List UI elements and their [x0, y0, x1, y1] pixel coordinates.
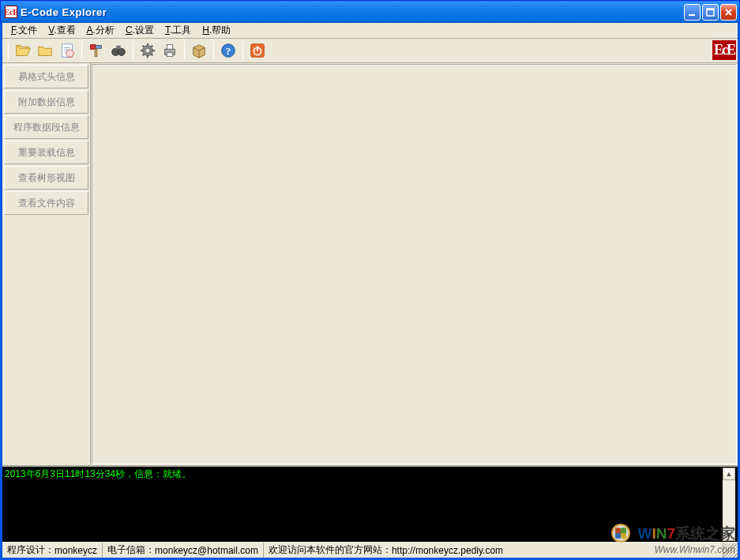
svg-text:?: ? [226, 46, 231, 57]
gear-icon [139, 42, 156, 59]
svg-rect-13 [116, 46, 121, 50]
toolbar: ? EcE [2, 39, 738, 63]
menu-bar: F.文件 V.查看 A.分析 C.设置 T.工具 H.帮助 [2, 23, 738, 39]
svg-line-20 [143, 46, 145, 47]
menu-analyze[interactable]: A.分析 [81, 23, 120, 39]
toolbar-separator [184, 41, 185, 60]
tool-lock-button[interactable] [108, 40, 129, 61]
toolbar-separator [8, 41, 9, 60]
folder-icon [36, 42, 54, 59]
document-button[interactable] [57, 40, 77, 61]
power-button[interactable] [247, 40, 268, 61]
toolbar-separator [81, 41, 82, 60]
side-tab-file-content[interactable]: 查看文件内容 [4, 191, 88, 215]
document-icon [58, 42, 76, 59]
window-controls [684, 4, 737, 21]
side-tab-header-info[interactable]: 易格式头信息 [4, 65, 88, 88]
close-button[interactable] [720, 4, 737, 21]
svg-line-23 [152, 46, 153, 47]
package-button[interactable] [189, 40, 209, 61]
side-tab-extra-data[interactable]: 附加数据信息 [4, 90, 88, 114]
open-folder-button[interactable] [35, 40, 55, 61]
svg-rect-26 [167, 53, 172, 57]
svg-rect-10 [95, 49, 97, 56]
scroll-track[interactable] [723, 480, 735, 528]
window-body: F.文件 V.查看 A.分析 C.设置 T.工具 H.帮助 [0, 23, 740, 560]
status-website: 欢迎访问本软件的官方网站：http://monkeycz.pediy.com [264, 543, 723, 558]
menu-view[interactable]: V.查看 [43, 23, 81, 39]
console-log-line: 2013年6月3日11时13分34秒，信息：就绪。 [5, 468, 723, 541]
status-bar: 程序设计：monkeycz 电子信箱：monkeycz@hotmail.com … [2, 542, 738, 558]
folder-open-icon [14, 42, 32, 59]
lock-binoculars-icon [110, 42, 127, 59]
svg-rect-2 [707, 9, 714, 10]
scroll-down-icon[interactable]: ▼ [723, 528, 735, 541]
settings-button[interactable] [137, 40, 158, 61]
console-body: 2013年6月3日11时13分34秒，信息：就绪。 ▲ ▼ [2, 467, 738, 542]
package-icon [190, 42, 208, 59]
minimize-button[interactable] [684, 4, 701, 21]
power-icon [249, 42, 266, 59]
console-area: 2013年6月3日11时13分34秒，信息：就绪。 ▲ ▼ [2, 465, 738, 542]
svg-rect-25 [167, 45, 172, 50]
status-email: 电子信箱：monkeycz@hotmail.com [103, 543, 264, 558]
printer-icon [161, 42, 178, 59]
menu-tools[interactable]: T.工具 [160, 23, 197, 39]
open-file-button[interactable] [13, 40, 33, 61]
app-logo: EcE [712, 40, 736, 60]
side-tab-tree-view[interactable]: 查看树形视图 [4, 166, 88, 190]
svg-rect-8 [91, 45, 96, 50]
hammer-icon [88, 42, 105, 59]
help-button[interactable]: ? [218, 40, 239, 61]
content-area [92, 64, 737, 464]
toolbar-separator [242, 41, 243, 60]
main-area: 易格式头信息 附加数据信息 程序数据段信息 重要装载信息 查看树形视图 查看文件… [2, 63, 738, 465]
svg-rect-9 [96, 46, 101, 49]
menu-settings[interactable]: C.设置 [120, 23, 160, 39]
console-scrollbar[interactable]: ▲ ▼ [723, 468, 735, 541]
side-tab-data-sections[interactable]: 程序数据段信息 [4, 115, 88, 139]
svg-rect-0 [689, 14, 695, 16]
svg-line-22 [143, 54, 145, 56]
menu-file[interactable]: F.文件 [6, 23, 43, 39]
print-button[interactable] [160, 40, 180, 61]
side-tabs: 易格式头信息 附加数据信息 程序数据段信息 重要装载信息 查看树形视图 查看文件… [2, 63, 91, 465]
app-icon: EcE [5, 6, 17, 18]
tool-build-button[interactable] [86, 40, 107, 61]
svg-line-21 [152, 54, 153, 56]
scroll-up-icon[interactable]: ▲ [723, 468, 735, 480]
menu-help[interactable]: H.帮助 [197, 23, 236, 39]
svg-point-7 [66, 50, 73, 57]
help-icon: ? [220, 42, 237, 59]
svg-point-15 [146, 49, 150, 53]
side-tab-load-info[interactable]: 重要装载信息 [4, 141, 88, 164]
maximize-button[interactable] [702, 4, 719, 21]
title-bar: EcE E-Code Explorer [0, 0, 740, 23]
resize-grip[interactable] [723, 543, 738, 558]
toolbar-separator [133, 41, 133, 60]
svg-point-12 [118, 48, 125, 55]
window-title: E-Code Explorer [21, 6, 684, 18]
toolbar-separator [213, 41, 214, 60]
status-author: 程序设计：monkeycz [2, 543, 103, 558]
